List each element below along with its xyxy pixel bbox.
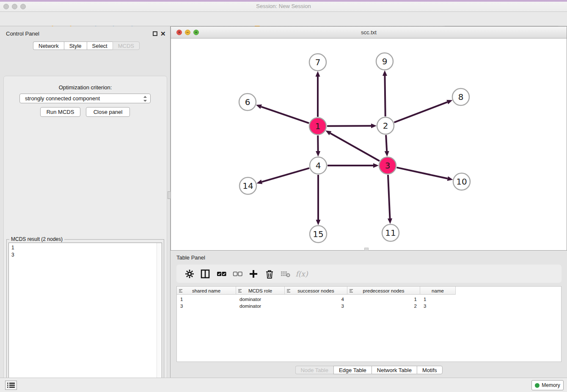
plus-icon bbox=[249, 270, 258, 278]
tab-network[interactable]: Network bbox=[33, 41, 64, 50]
tab-node-table[interactable]: Node Table bbox=[295, 366, 333, 374]
run-mcds-button[interactable]: Run MCDS bbox=[40, 107, 80, 117]
graph-edge-arrowhead bbox=[385, 151, 389, 157]
graph-edge-arrowhead bbox=[388, 218, 392, 224]
function-builder-button[interactable]: f(x) bbox=[296, 269, 307, 279]
graph-node-label: 3 bbox=[385, 160, 391, 171]
clear-selection-button[interactable] bbox=[232, 269, 243, 279]
graph-edge[interactable] bbox=[327, 126, 371, 126]
show-panels-button[interactable] bbox=[5, 381, 17, 390]
tab-style[interactable]: Style bbox=[64, 41, 87, 50]
memory-button[interactable]: Memory bbox=[531, 380, 564, 390]
graph-edge[interactable] bbox=[330, 133, 380, 161]
list-icon bbox=[7, 382, 15, 388]
delete-row-button[interactable] bbox=[264, 269, 275, 279]
graph-node-label: 15 bbox=[313, 229, 323, 239]
table-tabs: Node Table Edge Table Network Table Moti… bbox=[295, 366, 442, 374]
tab-mcds[interactable]: MCDS bbox=[113, 41, 140, 50]
delete-table-button[interactable] bbox=[280, 269, 291, 279]
column-header-successor-nodes[interactable]: successor nodes bbox=[285, 287, 347, 295]
network-canvas[interactable]: 7968124314101511 bbox=[171, 39, 567, 250]
table-panel: Table Panel ✕ bbox=[171, 251, 567, 378]
titlebar-accent bbox=[0, 0, 567, 2]
graph-edge[interactable] bbox=[261, 107, 309, 123]
table-row[interactable]: 1 dominator 4 1 1 bbox=[177, 296, 456, 303]
mcds-result-group: MCDS result (2 nodes) 1 3 bbox=[6, 239, 164, 392]
table-settings-button[interactable] bbox=[184, 269, 195, 279]
sort-icon bbox=[349, 289, 353, 293]
main-toolbar bbox=[0, 12, 567, 26]
selected-option: strongly connected component bbox=[25, 95, 100, 102]
graph-node-label: 14 bbox=[242, 181, 253, 191]
column-header-predecessor-nodes[interactable]: predecessor nodes bbox=[347, 287, 420, 295]
graph-edge[interactable] bbox=[394, 102, 448, 122]
network-view-window: × − + scc.txt 7968124314101511 bbox=[171, 26, 567, 251]
status-bar: Memory bbox=[0, 378, 567, 392]
table-row[interactable]: 3 dominator 3 2 3 bbox=[177, 303, 456, 309]
delete-table-icon bbox=[281, 270, 291, 278]
network-graph: 7968124314101511 bbox=[171, 39, 567, 250]
column-header-shared-name[interactable]: shared name bbox=[177, 287, 236, 295]
graph-edge[interactable] bbox=[386, 135, 387, 151]
optimization-criterion-label: Optimization criterion: bbox=[4, 84, 167, 91]
select-all-rows-button[interactable] bbox=[216, 269, 227, 279]
mcds-result-title: MCDS result (2 nodes) bbox=[9, 236, 64, 242]
tab-select[interactable]: Select bbox=[87, 41, 113, 50]
control-panel-title: Control Panel bbox=[6, 30, 39, 37]
canvas-table-splitter-handle[interactable] bbox=[364, 248, 369, 251]
add-row-button[interactable] bbox=[248, 269, 259, 279]
close-panel-button[interactable]: Close panel bbox=[86, 107, 130, 117]
cell-name: 1 bbox=[420, 296, 456, 303]
graph-node-label: 9 bbox=[382, 56, 388, 66]
trash-icon bbox=[265, 270, 274, 279]
node-table: shared name MCDS role successor nodes pr… bbox=[176, 286, 561, 362]
graph-edge-arrowhead bbox=[446, 100, 452, 104]
cell-predecessor-nodes: 1 bbox=[347, 296, 420, 303]
result-line: 1 bbox=[11, 244, 162, 251]
cell-successor-nodes: 3 bbox=[285, 303, 347, 309]
graph-edge-arrowhead bbox=[256, 105, 262, 109]
tab-motifs[interactable]: Motifs bbox=[417, 366, 443, 374]
fx-icon: f(x) bbox=[295, 270, 308, 278]
float-panel-icon[interactable] bbox=[153, 31, 157, 36]
graph-node-label: 4 bbox=[316, 160, 321, 171]
mcds-result-textarea[interactable]: 1 3 bbox=[8, 243, 162, 392]
graph-edge-arrowhead bbox=[371, 124, 377, 128]
memory-label: Memory bbox=[542, 382, 560, 388]
graph-edge[interactable] bbox=[385, 76, 385, 116]
optimization-criterion-select[interactable]: strongly connected component bbox=[19, 94, 151, 103]
control-panel-tabs: Network Style Select MCDS bbox=[33, 41, 140, 50]
graph-node-label: 8 bbox=[458, 92, 464, 102]
tab-edge-table[interactable]: Edge Table bbox=[333, 366, 372, 374]
table-header: shared name MCDS role successor nodes pr… bbox=[177, 287, 456, 295]
graph-edge-arrowhead bbox=[316, 151, 320, 157]
graph-edge-arrowhead bbox=[316, 220, 321, 225]
cell-shared-name: 1 bbox=[177, 296, 236, 303]
clear-selection-icon bbox=[233, 271, 242, 277]
memory-status-icon bbox=[535, 383, 539, 388]
graph-node-label: 11 bbox=[385, 228, 396, 238]
graph-node-label: 10 bbox=[456, 177, 467, 187]
graph-edge[interactable] bbox=[388, 175, 390, 218]
sort-icon bbox=[179, 289, 183, 293]
cell-name: 3 bbox=[420, 303, 456, 309]
columns-icon bbox=[201, 269, 210, 279]
result-line: 3 bbox=[11, 251, 162, 259]
close-panel-icon[interactable]: ✕ bbox=[160, 31, 166, 36]
sort-icon bbox=[286, 289, 291, 293]
network-window-title: scc.txt bbox=[171, 29, 567, 36]
window-title: Session: New Session bbox=[0, 3, 567, 9]
column-header-name[interactable]: name bbox=[420, 287, 456, 295]
titlebar: Session: New Session bbox=[0, 0, 567, 12]
graph-node-label: 6 bbox=[245, 97, 250, 107]
cell-mcds-role: dominator bbox=[236, 303, 285, 309]
graph-edge[interactable] bbox=[396, 168, 447, 179]
graph-edge-arrowhead bbox=[447, 176, 453, 181]
result-scrollbar[interactable] bbox=[157, 243, 162, 392]
table-panel-title: Table Panel bbox=[176, 254, 205, 261]
tab-network-table[interactable]: Network Table bbox=[372, 366, 417, 374]
show-columns-button[interactable] bbox=[200, 269, 211, 279]
column-header-mcds-role[interactable]: MCDS role bbox=[236, 287, 285, 295]
graph-edge[interactable] bbox=[262, 168, 309, 182]
cell-predecessor-nodes: 2 bbox=[347, 303, 420, 309]
